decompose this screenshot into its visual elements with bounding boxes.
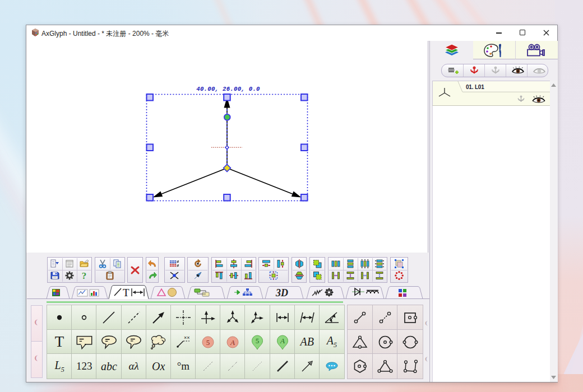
svg-text:40.00, 26.00, 0.0: 40.00, 26.00, 0.0 bbox=[196, 86, 260, 92]
svg-text:?: ? bbox=[82, 270, 87, 281]
svg-text:××: ×× bbox=[184, 335, 190, 340]
svg-text:T: T bbox=[123, 287, 129, 298]
svg-text:5: 5 bbox=[256, 337, 260, 345]
svg-text:5: 5 bbox=[206, 338, 210, 347]
svg-text:A: A bbox=[280, 337, 285, 345]
svg-text:3D: 3D bbox=[275, 287, 288, 298]
svg-text:A: A bbox=[230, 338, 235, 347]
